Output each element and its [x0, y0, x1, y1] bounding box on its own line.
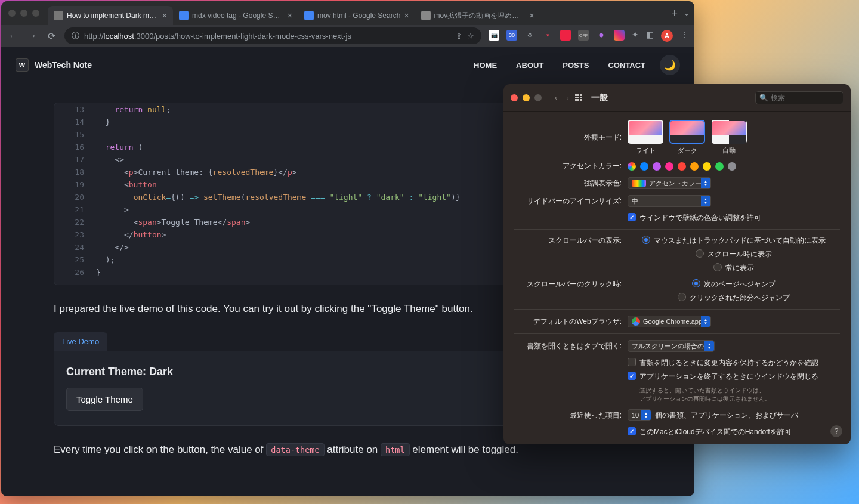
bookmark-star-icon[interactable]: ☆ [467, 32, 474, 41]
extensions-puzzle-icon[interactable]: ✦ [632, 30, 639, 42]
accent-color-swatch[interactable] [628, 162, 636, 171]
open-in-tabs-label: 書類を開くときはタブで開く: [514, 341, 628, 351]
appearance-options: ライトダーク自動 [628, 120, 840, 155]
handoff-checkbox[interactable]: このMacとiCloudデバイス間でのHandoffを許可 [628, 427, 792, 437]
nav-link-about[interactable]: ABOUT [516, 61, 543, 70]
tab-title: How to implement Dark mode w [67, 11, 159, 20]
extension-red-icon[interactable] [560, 30, 571, 41]
theme-toggle-button[interactable]: 🌙 [660, 55, 680, 75]
show-all-icon[interactable] [575, 94, 582, 101]
scrollbar-click-option[interactable]: 次のページへジャンプ [692, 279, 775, 289]
browser-tab[interactable]: mov拡張子の動画を埋め込み再生× [415, 6, 540, 25]
window-traffic-lights [511, 94, 542, 101]
site-nav: HOMEABOUTPOSTSCONTACT [474, 61, 645, 70]
nav-link-home[interactable]: HOME [474, 61, 497, 70]
reload-button-icon[interactable]: ⟳ [45, 30, 57, 42]
open-in-tabs-select[interactable]: フルスクリーンの場合のみ ▲▼ [628, 340, 715, 352]
browser-tab[interactable]: mov html - Google Search× [298, 6, 415, 25]
close-tab-icon[interactable]: × [529, 11, 534, 20]
scrollbar-show-option[interactable]: マウスまたはトラックパッドに基づいて自動的に表示 [642, 236, 826, 246]
accent-color-swatch[interactable] [728, 162, 736, 171]
share-icon[interactable]: ⇪ [456, 32, 462, 41]
default-browser-select[interactable]: Google Chrome.app ▲▼ [628, 316, 711, 327]
sysprefs-search[interactable]: 🔍 [755, 91, 843, 104]
close-tab-icon[interactable]: × [288, 11, 292, 20]
maximize-window-icon[interactable] [534, 94, 542, 101]
select-arrows-icon: ▲▼ [701, 316, 710, 327]
side-panel-icon[interactable]: ◧ [646, 30, 654, 42]
close-windows-checkbox[interactable]: アプリケーションを終了するときにウインドウを閉じる [628, 372, 818, 382]
tab-title: mov拡張子の動画を埋め込み再生 [434, 11, 526, 21]
appearance-option-light[interactable]: ライト [628, 120, 663, 155]
minimize-window-icon[interactable] [20, 10, 27, 17]
chrome-menu-icon[interactable]: ⋮ [680, 30, 688, 42]
scrollbar-show-label: スクロールバーの表示: [514, 236, 628, 246]
select-arrows-icon: ▲▼ [641, 410, 651, 420]
sidebar-icon-size-label: サイドバーのアイコンサイズ: [514, 196, 628, 206]
forward-button-icon[interactable]: → [26, 30, 38, 41]
browser-tab[interactable]: mdx video tag - Google Search× [173, 6, 298, 25]
extension-off-icon[interactable]: OFF [578, 30, 589, 41]
line-number: 14 [65, 116, 84, 128]
close-window-icon[interactable] [8, 10, 16, 17]
live-demo-tab[interactable]: Live Demo [54, 332, 107, 351]
back-icon[interactable]: ‹ [555, 94, 557, 102]
close-tab-icon[interactable]: × [404, 11, 409, 20]
recent-items-select[interactable]: 10 ▲▼ [628, 409, 651, 421]
radio-icon [713, 263, 722, 271]
tab-favicon-icon [421, 11, 431, 20]
tab-list-dropdown-icon[interactable]: ⌄ [684, 9, 690, 17]
close-tab-icon[interactable]: × [162, 11, 167, 20]
inline-code: data-theme [266, 443, 324, 456]
wallpaper-tint-checkbox[interactable]: ウインドウで壁紙の色合い調整を許可 [628, 213, 761, 223]
ask-changes-checkbox[interactable]: 書類を閉じるときに変更内容を保持するかどうかを確認 [628, 358, 818, 368]
extension-recycle-icon[interactable]: ♻ [524, 30, 535, 41]
site-info-icon[interactable]: ⓘ [72, 30, 79, 41]
scrollbar-click-option[interactable]: クリックされた部分へジャンプ [678, 293, 790, 303]
maximize-window-icon[interactable] [32, 10, 39, 17]
sidebar-icon-size-select[interactable]: 中 ▲▼ [628, 195, 711, 207]
sysprefs-nav: ‹ › [555, 94, 569, 102]
scrollbar-show-option[interactable]: スクロール時に表示 [696, 249, 772, 259]
appearance-option-dark[interactable]: ダーク [669, 120, 705, 155]
site-title[interactable]: WebTech Note [35, 60, 92, 70]
close-window-icon[interactable] [511, 94, 518, 101]
accent-color-swatch[interactable] [690, 162, 699, 171]
accent-color-swatch[interactable] [715, 162, 724, 171]
window-traffic-lights [8, 10, 39, 17]
forward-icon[interactable]: › [567, 94, 569, 102]
scrollbar-show-radio-group: マウスまたはトラックパッドに基づいて自動的に表示スクロール時に表示常に表示 [628, 236, 840, 273]
chrome-toolbar: ← → ⟳ ⓘ http://localhost:3000/posts/how-… [1, 25, 694, 47]
select-arrows-icon: ▲▼ [701, 178, 710, 188]
line-number: 13 [65, 103, 84, 116]
new-tab-button[interactable]: + [665, 5, 684, 22]
system-preferences-window: ‹ › 一般 🔍 外観モード: ライトダーク自動 アクセントカラー: 強調表示色… [503, 84, 851, 444]
appearance-option-auto[interactable]: 自動 [711, 120, 747, 155]
address-bar[interactable]: ⓘ http://localhost:3000/posts/how-to-imp… [64, 27, 481, 44]
nav-link-contact[interactable]: CONTACT [608, 61, 645, 70]
extension-badge-icon[interactable]: 30 [506, 30, 517, 41]
scrollbar-show-option[interactable]: 常に表示 [713, 263, 754, 273]
nav-link-posts[interactable]: POSTS [563, 61, 589, 70]
search-input[interactable] [771, 94, 839, 102]
extension-instagram-icon[interactable] [614, 30, 625, 41]
chrome-icon [632, 317, 640, 326]
site-logo[interactable]: W [16, 58, 29, 72]
recent-items-label: 最近使った項目: [514, 410, 628, 420]
extension-purple-icon[interactable]: ⬢ [596, 30, 607, 41]
help-button-icon[interactable]: ? [830, 425, 842, 437]
extension-pocket-icon[interactable]: ▾ [542, 30, 553, 41]
accent-color-swatch[interactable] [653, 162, 661, 171]
profile-avatar[interactable]: A [661, 30, 673, 42]
browser-tab[interactable]: How to implement Dark mode w× [48, 6, 173, 25]
extension-camera-icon[interactable]: 📷 [489, 30, 499, 41]
tab-title: mdx video tag - Google Search [192, 11, 284, 20]
highlight-color-select[interactable]: アクセントカラー ▲▼ [628, 177, 711, 189]
toggle-theme-button[interactable]: Toggle Theme [66, 388, 143, 411]
accent-color-swatch[interactable] [665, 162, 673, 171]
minimize-window-icon[interactable] [523, 94, 530, 101]
accent-color-swatch[interactable] [703, 162, 711, 171]
accent-color-swatch[interactable] [678, 162, 686, 171]
back-button-icon[interactable]: ← [7, 30, 19, 41]
accent-color-swatch[interactable] [640, 162, 648, 171]
